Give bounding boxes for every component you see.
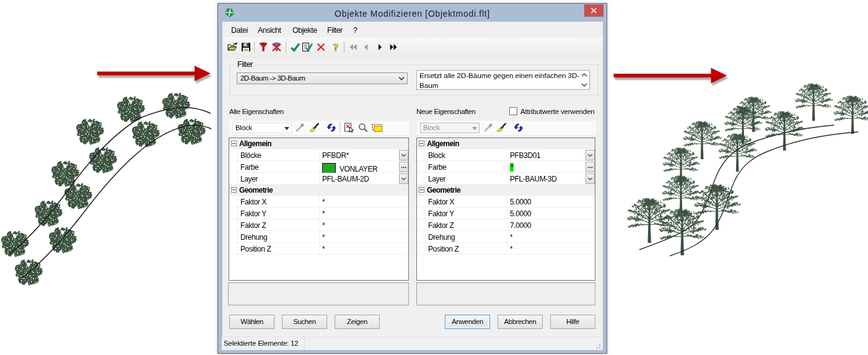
svg-text:?: ? (333, 42, 338, 52)
